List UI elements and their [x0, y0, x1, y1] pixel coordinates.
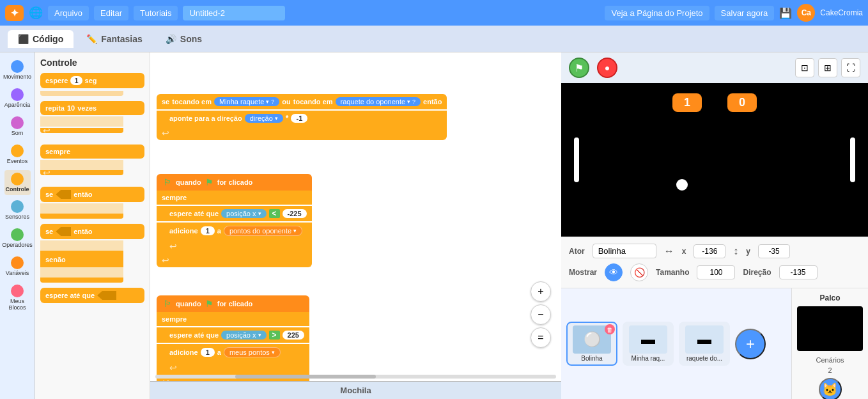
block-close-3a: ↩ [157, 361, 309, 375]
sidebar-item-controle[interactable]: Controle [4, 170, 31, 196]
stage-controls: ⚑ ● ⊡ ⊞ ⛶ [561, 52, 868, 83]
sprite-card-raqueteop[interactable]: ▬ raquete do... [679, 322, 730, 366]
tabs-bar: ⬛ Código ✏️ Fantasias 🔊 Sons [0, 26, 868, 52]
if-else-block[interactable]: se então [40, 224, 144, 239]
sidebar-item-movimento[interactable]: Movimento [2, 58, 33, 83]
sprite-delete-bolinha[interactable]: 🗑 [605, 324, 615, 334]
editar-button[interactable]: Editar [94, 6, 128, 20]
som-label: Som [12, 130, 24, 137]
wait-until-block[interactable]: espere até que [40, 288, 144, 303]
horizontal-scrollbar-thumb [235, 375, 375, 379]
tab-codigo[interactable]: ⬛ Código [8, 30, 74, 48]
meusblocos-dot [11, 285, 24, 297]
main-layout: Movimento Aparência Som Eventos Controle… [0, 52, 868, 399]
dir-input[interactable] [779, 265, 818, 279]
arquivo-button[interactable]: Arquivo [48, 6, 89, 20]
categories-sidebar: Movimento Aparência Som Eventos Controle… [0, 52, 35, 399]
actor-name-input[interactable] [593, 244, 656, 258]
if-block[interactable]: se então [40, 187, 144, 202]
fullscreen-button[interactable]: ⛶ [841, 58, 860, 77]
stop-icon: ● [605, 63, 610, 73]
stage-view-buttons: ⊡ ⊞ ⛶ [795, 58, 860, 77]
adicione-pontos-oponente: adicione 1 a pontos do oponente ▾ [157, 223, 312, 239]
actor-info-row: Ator ↔ x ↕ y [569, 244, 860, 258]
top-bar: ✦ 🌐 Arquivo Editar Tutoriais Veja a Pági… [0, 0, 868, 26]
x-input[interactable] [694, 244, 725, 258]
avatar[interactable]: Ca [797, 4, 815, 22]
sprite-label-raqueteop: raquete do... [683, 355, 726, 362]
tutoriais-button[interactable]: Tutoriais [134, 6, 178, 20]
y-label: y [746, 247, 750, 256]
sempre-block-2: sempre [157, 312, 309, 326]
when-flag-block-1: 🏳 quando ⚑ for clicado [157, 174, 312, 191]
size-input[interactable] [697, 265, 735, 279]
blocks-panel: Controle espere 1 seg repita 10 vezes ↩ … [35, 52, 150, 399]
y-input[interactable] [758, 244, 790, 258]
sidebar-item-sensores[interactable]: Sensores [4, 198, 31, 223]
backpack-label: Mochila [340, 386, 371, 395]
palco-title: Palco [797, 293, 863, 302]
ver-projeto-button[interactable]: Veja a Página do Projeto [605, 6, 709, 20]
block-close-2b: ↩ [157, 253, 312, 267]
stage-ball [676, 179, 688, 191]
green-flag-button[interactable]: ⚑ [569, 58, 589, 78]
controle-label: Controle [6, 187, 29, 193]
paddle-left [574, 137, 579, 182]
som-dot [11, 116, 24, 129]
mini-stage [797, 306, 863, 351]
small-stage-button[interactable]: ⊡ [795, 58, 814, 77]
sidebar-item-operadores[interactable]: Operadores [1, 226, 34, 251]
zoom-in-button[interactable]: + [531, 281, 551, 302]
stage-area: 1 0 [561, 83, 868, 237]
sensores-label: Sensores [5, 214, 29, 221]
bottom-section: 🗑 ⚪ Bolinha ▬ Minha raq... ▬ raquete do.… [561, 288, 868, 399]
sprite-card-minharaq[interactable]: ▬ Minha raq... [623, 322, 674, 366]
sidebar-item-meusblocos[interactable]: Meus Blocos [0, 282, 35, 314]
stop-button[interactable]: ● [597, 58, 617, 78]
sprite-thumb-minharaq: ▬ [629, 325, 667, 354]
block-close-2a: ↩ [157, 239, 312, 253]
tab-sons[interactable]: 🔊 Sons [155, 30, 212, 48]
sprite-card-bolinha[interactable]: 🗑 ⚪ Bolinha [566, 322, 617, 366]
movimento-label: Movimento [3, 74, 31, 81]
scratch-canvas[interactable]: se tocando em Minha raquete ▾ ? ou tocan… [150, 52, 561, 399]
sidebar-item-variaveis[interactable]: Variáveis [4, 254, 30, 279]
eventos-label: Eventos [7, 159, 28, 165]
always-block[interactable]: sempre [40, 145, 144, 159]
meusblocos-label: Meus Blocos [1, 299, 33, 311]
size-label: Tamanho [656, 268, 689, 277]
sprite-label-minharaq: Minha raq... [626, 355, 670, 362]
sempre-block-1: sempre [157, 191, 312, 205]
horizontal-scrollbar[interactable] [155, 375, 556, 379]
aparencia-label: Aparência [4, 102, 31, 109]
script-group-2: 🏳 quando ⚑ for clicado sempre espere até… [157, 174, 312, 267]
score-right: 0 [727, 93, 757, 112]
cenarios-count: 2 [797, 366, 863, 374]
x-label: x [682, 247, 686, 256]
wait-until-posx-neg: espere até que posição x ▾ < -225 [157, 206, 312, 221]
hide-button[interactable]: 🚫 [630, 263, 648, 281]
zoom-out-button[interactable]: − [531, 304, 551, 325]
show-button[interactable]: 👁 [605, 263, 623, 281]
sidebar-item-eventos[interactable]: Eventos [6, 142, 29, 168]
add-scene-button[interactable]: 🐱 [819, 378, 842, 399]
sidebar-item-som[interactable]: Som [10, 114, 25, 139]
cenarios-label: Cenários [797, 356, 863, 364]
tab-fantasias[interactable]: ✏️ Fantasias [76, 30, 153, 48]
fantasias-label: Fantasias [101, 34, 143, 44]
score-left: 1 [672, 93, 702, 112]
add-sprite-button[interactable]: + [735, 329, 766, 359]
right-panel: ⚑ ● ⊡ ⊞ ⛶ 1 0 Ator [561, 52, 868, 399]
operadores-label: Operadores [2, 242, 33, 249]
y-arrow-icon: ↕ [733, 246, 738, 257]
backpack-bar[interactable]: Mochila [150, 381, 561, 399]
project-name-input[interactable] [183, 6, 285, 20]
scratch-area: se tocando em Minha raquete ▾ ? ou tocan… [150, 52, 561, 399]
sidebar-item-aparencia[interactable]: Aparência [3, 86, 32, 111]
language-button[interactable]: 🌐 [29, 6, 43, 20]
repeat-block[interactable]: repita 10 vezes [40, 101, 144, 115]
normal-stage-button[interactable]: ⊞ [818, 58, 837, 77]
wait-block[interactable]: espere 1 seg [40, 73, 144, 88]
salvar-button[interactable]: Salvar agora [715, 6, 775, 20]
zoom-reset-button[interactable]: = [531, 327, 551, 348]
